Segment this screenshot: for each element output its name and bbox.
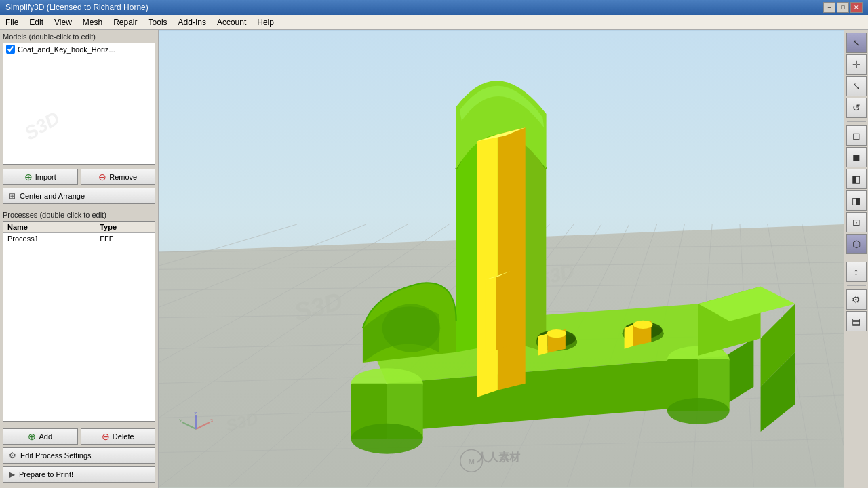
svg-text:人人素材: 人人素材 [476, 451, 521, 463]
view-left-button[interactable]: ◧ [846, 169, 867, 189]
panel-watermark-1: S3D [21, 108, 64, 145]
process-buttons-row: ⊕ Add ⊖ Delete [3, 428, 155, 445]
menu-item-edit[interactable]: Edit [24, 16, 49, 28]
3d-viewport[interactable]: S3D S3D S3D S3D [159, 30, 844, 488]
import-icon: ⊕ [24, 171, 33, 182]
edit-process-button[interactable]: ⚙ Edit Process Settings [3, 447, 155, 464]
svg-point-41 [667, 398, 730, 424]
svg-text:X: X [210, 418, 213, 424]
svg-point-55 [547, 329, 566, 338]
add-label: Add [39, 432, 52, 441]
edit-process-label: Edit Process Settings [20, 451, 92, 460]
models-list: Coat_and_Key_hook_Horiz... S3D [3, 43, 155, 165]
model-buttons-row: ⊕ Import ⊖ Remove [3, 169, 155, 185]
menu-item-file[interactable]: File [0, 16, 24, 28]
toolbar-separator-2 [847, 258, 866, 258]
rotate-tool-button[interactable]: ↺ [846, 98, 867, 118]
remove-label: Remove [109, 173, 137, 181]
view-top-button[interactable]: ⊡ [846, 212, 867, 232]
delete-label: Delete [113, 432, 134, 441]
processes-list: Name Type Process1 FFF [3, 221, 155, 422]
view-front-button[interactable]: ◻ [846, 125, 867, 146]
svg-marker-54 [538, 333, 547, 356]
import-label: Import [35, 173, 56, 181]
move-z-button[interactable]: ↕ [846, 262, 867, 282]
processes-section-label: Processes (double-click to edit) [3, 211, 155, 219]
svg-marker-49 [486, 277, 496, 354]
svg-point-37 [351, 424, 423, 454]
window-controls: − □ ✕ [823, 2, 863, 13]
table-row[interactable]: Process1 FFF [3, 233, 155, 245]
center-icon: ⊞ [9, 191, 16, 201]
edit-process-icon: ⚙ [9, 451, 16, 460]
model-item[interactable]: Coat_and_Key_hook_Horiz... [3, 43, 155, 55]
main-content: Models (double-click to edit) Coat_and_K… [0, 30, 868, 488]
axis-indicator: X Y Z [179, 412, 213, 447]
svg-point-60 [633, 321, 653, 329]
view-back-button[interactable]: ◼ [846, 147, 867, 167]
left-panel: Models (double-click to edit) Coat_and_K… [0, 30, 159, 488]
minimize-button[interactable]: − [823, 2, 835, 13]
menu-item-mesh[interactable]: Mesh [77, 16, 108, 28]
center-arrange-button[interactable]: ⊞ Center and Arrange [3, 188, 155, 204]
titlebar: Simplify3D (Licensed to Richard Horne) −… [0, 0, 868, 15]
svg-text:Y: Y [179, 418, 183, 424]
toolbar-separator-1 [847, 121, 866, 122]
remove-button[interactable]: ⊖ Remove [81, 169, 156, 185]
svg-line-70 [182, 422, 196, 429]
prepare-label: Prepare to Print! [19, 470, 73, 479]
prepare-icon: ▶ [9, 470, 15, 479]
move-tool-button[interactable]: ✛ [846, 54, 867, 75]
svg-text:M: M [468, 458, 474, 466]
menu-item-tools[interactable]: Tools [143, 16, 173, 28]
view-iso-button[interactable]: ⬡ [846, 234, 867, 254]
process-name: Process1 [3, 233, 96, 245]
menu-item-repair[interactable]: Repair [108, 16, 142, 28]
col-type-header: Type [96, 222, 155, 233]
center-arrange-label: Center and Arrange [20, 192, 85, 200]
toolbar-separator-3 [847, 285, 866, 286]
view-right-button[interactable]: ◨ [846, 190, 867, 211]
svg-marker-48 [496, 271, 510, 350]
window-title: Simplify3D (Licensed to Richard Horne) [5, 3, 149, 12]
col-name-header: Name [3, 222, 96, 233]
settings-button[interactable]: ⚙ [846, 289, 867, 310]
prepare-to-print-button[interactable]: ▶ Prepare to Print! [3, 466, 155, 483]
svg-point-65 [382, 304, 441, 352]
remove-icon: ⊖ [98, 171, 106, 182]
select-tool-button[interactable]: ↖ [846, 33, 867, 53]
delete-button[interactable]: ⊖ Delete [81, 428, 156, 445]
scene-svg: S3D S3D S3D S3D [159, 30, 844, 488]
process-type: FFF [96, 233, 155, 245]
menu-item-account[interactable]: Account [212, 16, 252, 28]
model-name: Coat_and_Key_hook_Horiz... [18, 45, 115, 54]
processes-table: Name Type Process1 FFF [3, 222, 155, 244]
svg-marker-45 [498, 127, 526, 390]
import-button[interactable]: ⊕ Import [3, 169, 78, 185]
print-button[interactable]: ▤ [846, 311, 867, 331]
right-toolbar: ↖ ✛ ⤡ ↺ ◻ ◼ ◧ ◨ ⊡ ⬡ ↕ ⚙ ▤ [844, 30, 868, 488]
svg-line-69 [196, 422, 210, 429]
models-section-label: Models (double-click to edit) [3, 33, 155, 41]
menu-item-help[interactable]: Help [252, 16, 279, 28]
menu-item-add-ins[interactable]: Add-Ins [173, 16, 212, 28]
svg-marker-46 [477, 134, 498, 397]
add-button[interactable]: ⊕ Add [3, 428, 78, 445]
close-button[interactable]: ✕ [850, 2, 863, 13]
svg-text:Z: Z [194, 412, 197, 417]
menu-item-view[interactable]: View [49, 16, 77, 28]
model-checkbox[interactable] [6, 45, 15, 54]
svg-marker-59 [625, 325, 633, 349]
scale-tool-button[interactable]: ⤡ [846, 76, 867, 96]
delete-icon: ⊖ [102, 431, 110, 442]
add-icon: ⊕ [28, 431, 36, 442]
maximize-button[interactable]: □ [837, 2, 849, 13]
menubar: FileEditViewMeshRepairToolsAdd-InsAccoun… [0, 15, 868, 30]
